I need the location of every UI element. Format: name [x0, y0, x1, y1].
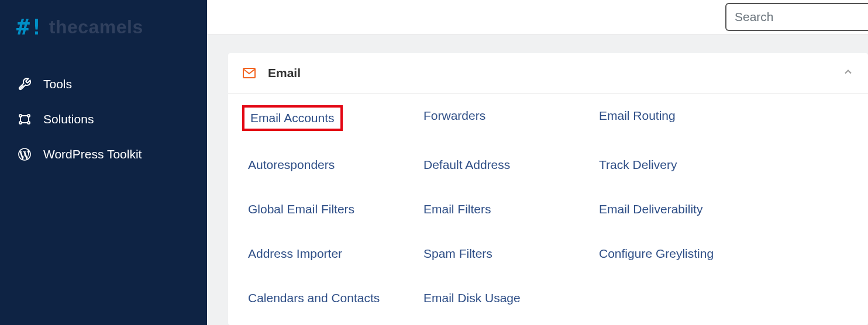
tools-icon	[16, 76, 33, 92]
brand-icon: #!	[16, 14, 43, 40]
brand-logo[interactable]: #! thecamels	[0, 14, 207, 40]
chevron-up-icon	[842, 66, 854, 80]
content-area: Email Email Accounts Forwarders Email Ro…	[207, 34, 868, 325]
email-panel-header[interactable]: Email	[228, 53, 868, 94]
link-calendars-and-contacts[interactable]: Calendars and Contacts	[242, 288, 385, 309]
links-grid: Email Accounts Forwarders Email Routing …	[242, 105, 854, 309]
panel-body: Email Accounts Forwarders Email Routing …	[228, 94, 868, 325]
link-email-routing[interactable]: Email Routing	[593, 105, 681, 126]
svg-point-1	[19, 115, 22, 117]
topbar	[207, 0, 868, 34]
solutions-icon	[16, 111, 33, 127]
email-icon	[242, 66, 256, 80]
link-global-email-filters[interactable]: Global Email Filters	[242, 199, 360, 220]
sidebar-item-label: Solutions	[43, 112, 94, 126]
link-email-disk-usage[interactable]: Email Disk Usage	[418, 288, 526, 309]
link-email-accounts[interactable]: Email Accounts	[242, 105, 343, 131]
sidebar-item-label: WordPress Toolkit	[43, 147, 142, 161]
link-default-address[interactable]: Default Address	[418, 154, 516, 175]
wordpress-icon	[16, 146, 33, 162]
link-spam-filters[interactable]: Spam Filters	[418, 243, 498, 264]
search-input[interactable]	[725, 3, 868, 31]
sidebar-item-wordpress-toolkit[interactable]: WordPress Toolkit	[0, 137, 207, 172]
brand-name: thecamels	[49, 16, 143, 38]
sidebar-item-label: Tools	[43, 77, 72, 91]
link-email-filters[interactable]: Email Filters	[418, 199, 497, 220]
svg-point-4	[27, 122, 30, 124]
link-email-deliverability[interactable]: Email Deliverability	[593, 199, 708, 220]
link-forwarders[interactable]: Forwarders	[418, 105, 491, 126]
svg-point-3	[19, 122, 22, 124]
link-autoresponders[interactable]: Autoresponders	[242, 154, 340, 175]
link-track-delivery[interactable]: Track Delivery	[593, 154, 683, 175]
sidebar-item-tools[interactable]: Tools	[0, 67, 207, 102]
sidebar-item-solutions[interactable]: Solutions	[0, 102, 207, 137]
main-content: Email Email Accounts Forwarders Email Ro…	[207, 0, 868, 325]
link-address-importer[interactable]: Address Importer	[242, 243, 348, 264]
svg-point-2	[27, 115, 30, 117]
sidebar: #! thecamels Tools Solutions	[0, 0, 207, 325]
email-panel: Email Email Accounts Forwarders Email Ro…	[228, 53, 868, 325]
link-configure-greylisting[interactable]: Configure Greylisting	[593, 243, 719, 264]
panel-title: Email	[268, 66, 842, 80]
